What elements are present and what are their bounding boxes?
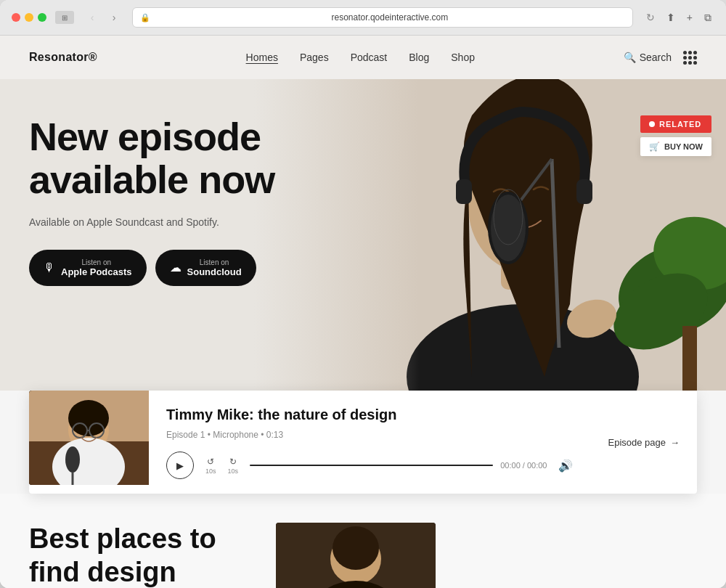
nav-link-blog[interactable]: Blog: [409, 52, 429, 63]
player-info: Timmy Mike: the nature of design Episode…: [149, 391, 590, 494]
skip-forward-icon: ↻: [229, 457, 237, 467]
sidebar-button[interactable]: ⧉: [701, 10, 714, 25]
episode-page-arrow: →: [670, 437, 680, 448]
apps-menu-button[interactable]: [683, 51, 697, 65]
window-controls: [12, 13, 46, 22]
reload-button[interactable]: ↻: [646, 12, 655, 23]
volume-button[interactable]: 🔊: [558, 459, 573, 473]
browser-toolbar: ⊞ ‹ › 🔒 resonator.qodeinteractive.com ↻ …: [0, 0, 726, 36]
bottom-image: [276, 523, 436, 588]
window-view-toggle: ⊞: [55, 11, 74, 24]
btn-small-label-2: Listen on: [187, 258, 242, 266]
svg-point-27: [65, 446, 80, 473]
episode-page-link[interactable]: Episode page →: [590, 391, 697, 494]
buy-label: BUY NOW: [664, 142, 703, 151]
nav-link-pages[interactable]: Pages: [300, 52, 329, 63]
related-label: RELATED: [659, 120, 701, 128]
new-tab-button[interactable]: +: [684, 10, 696, 25]
search-label: Search: [640, 52, 672, 63]
cart-icon: 🛒: [649, 142, 660, 152]
skip-back-icon: ↺: [207, 457, 214, 467]
skip-back-label: 10s: [205, 467, 216, 475]
forward-button[interactable]: ›: [105, 10, 123, 25]
bottom-section: Best places to find design inspiration: [0, 494, 726, 588]
time-display: 00:00 / 00:00: [500, 461, 547, 470]
hero-subtitle: Available on Apple Soundcast and Spotify…: [29, 216, 356, 228]
browser-window: ⊞ ‹ › 🔒 resonator.qodeinteractive.com ↻ …: [0, 0, 726, 588]
navigation-arrows: ‹ ›: [83, 10, 123, 25]
site-logo: Resonator®: [29, 51, 97, 64]
skip-back-button[interactable]: ↺ 10s: [205, 457, 216, 475]
nav-right: 🔍 Search: [624, 51, 697, 65]
player-meta: Episode 1 • Microphone • 0:13: [166, 430, 573, 440]
website-content: Resonator® Homes Pages Podcast Blog Shop…: [0, 36, 726, 588]
play-button[interactable]: ▶: [166, 452, 194, 479]
browser-actions: ⬆ + ⧉: [664, 10, 714, 25]
hero-section: New episode available now Available on A…: [0, 79, 726, 391]
player-title: Timmy Mike: the nature of design: [166, 405, 573, 424]
hero-title: New episode available now: [29, 115, 356, 202]
share-button[interactable]: ⬆: [664, 10, 678, 25]
progress-container[interactable]: 00:00 / 00:00: [250, 461, 547, 470]
minimize-dot[interactable]: [25, 13, 33, 22]
btn-small-label-1: Listen on: [61, 258, 132, 266]
grid-view-button[interactable]: ⊞: [55, 11, 74, 24]
svg-point-32: [333, 526, 379, 570]
soundcloud-button[interactable]: ☁ Listen on Soundcloud: [155, 250, 256, 286]
related-badge[interactable]: RELATED: [640, 115, 711, 133]
url-text: resonator.qodeinteractive.com: [155, 12, 625, 23]
nav-link-podcast[interactable]: Podcast: [351, 52, 388, 63]
buy-now-badge[interactable]: 🛒 BUY NOW: [640, 137, 711, 156]
floating-badges: RELATED 🛒 BUY NOW: [640, 115, 711, 156]
address-bar[interactable]: 🔒 resonator.qodeinteractive.com: [132, 7, 633, 28]
search-button[interactable]: 🔍 Search: [624, 52, 672, 63]
search-icon: 🔍: [624, 52, 636, 63]
back-button[interactable]: ‹: [83, 10, 102, 25]
related-dot: [649, 121, 655, 127]
nav-link-shop[interactable]: Shop: [451, 52, 475, 63]
close-dot[interactable]: [12, 13, 20, 22]
bottom-title: Best places to find design inspiration: [29, 523, 247, 588]
btn-main-label-1: Apple Podcasts: [61, 266, 132, 277]
player-thumbnail: [29, 391, 149, 485]
nav-links: Homes Pages Podcast Blog Shop: [246, 52, 475, 63]
lock-icon: 🔒: [140, 13, 150, 23]
hero-content: New episode available now Available on A…: [29, 115, 356, 286]
soundcloud-icon: ☁: [170, 261, 182, 274]
skip-forward-label: 10s: [228, 467, 239, 475]
hero-buttons: 🎙 Listen on Apple Podcasts ☁ Listen on S…: [29, 250, 356, 286]
player-controls: ▶ ↺ 10s ↻ 10s 00:0: [166, 452, 573, 479]
player-bar: Timmy Mike: the nature of design Episode…: [29, 391, 697, 494]
podcast-icon: 🎙: [44, 261, 55, 274]
skip-forward-button[interactable]: ↻ 10s: [228, 457, 239, 475]
maximize-dot[interactable]: [38, 13, 46, 22]
btn-main-label-2: Soundcloud: [187, 266, 242, 277]
progress-bar[interactable]: [250, 465, 493, 466]
apple-podcasts-button[interactable]: 🎙 Listen on Apple Podcasts: [29, 250, 147, 286]
site-nav: Resonator® Homes Pages Podcast Blog Shop…: [0, 36, 726, 79]
episode-page-label: Episode page: [608, 437, 666, 448]
player-container: Timmy Mike: the nature of design Episode…: [0, 391, 726, 494]
nav-link-homes[interactable]: Homes: [246, 52, 278, 63]
